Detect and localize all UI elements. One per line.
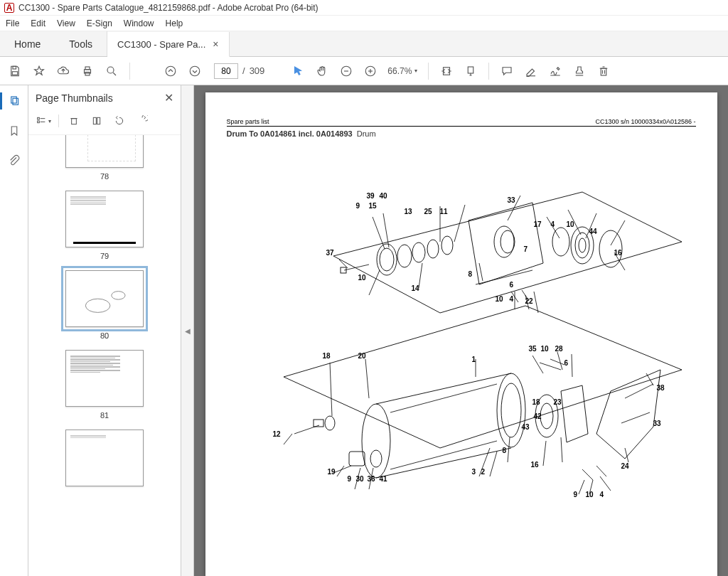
panel-collapse-handle[interactable]: ◀ [181,85,194,576]
menu-view[interactable]: View [57,18,75,28]
zoom-in-icon[interactable] [360,60,381,82]
menu-esign[interactable]: E-Sign [87,18,112,28]
callout: 19 [328,468,336,476]
page-down-icon[interactable] [184,60,205,82]
navigation-rail [0,85,28,576]
svg-point-46 [380,248,394,271]
sign-icon[interactable] [545,60,566,82]
menu-file[interactable]: File [6,18,19,28]
toolbar-separator [488,63,489,80]
thumbnails-rotate-cw-icon[interactable] [134,113,150,129]
star-icon[interactable] [28,60,50,82]
thumbnails-delete-icon[interactable] [66,113,82,129]
bookmark-rail-icon[interactable] [6,122,23,139]
chevron-down-icon: ▾ [414,68,417,74]
thumbnail-label: 80 [100,331,109,340]
svg-rect-29 [72,119,77,124]
thumbnail-item[interactable]: 78 [28,135,181,181]
svg-line-109 [600,476,611,491]
svg-point-8 [190,66,200,76]
thumbnails-close-icon[interactable]: ✕ [164,91,173,105]
callout: 41 [380,475,387,483]
callout: 37 [326,249,334,257]
thumbnail-item[interactable]: 80 [28,270,181,340]
document-view[interactable]: Spare parts list CC1300 s/n 10000334x0A0… [194,85,728,576]
callout: 9 [356,202,360,210]
svg-line-6 [113,73,116,75]
menu-help[interactable]: Help [166,18,183,28]
cloud-upload-icon[interactable] [53,60,74,82]
svg-line-63 [294,425,319,434]
thumbnails-options-icon[interactable]: ▾ [36,113,51,129]
svg-marker-35 [284,306,682,448]
svg-rect-48 [341,267,346,273]
find-icon[interactable] [101,60,122,82]
page-number-input[interactable] [214,63,238,79]
thumbnails-scroll[interactable]: 78 79 80 [28,135,181,576]
svg-point-33 [85,299,110,312]
svg-rect-14 [444,67,450,75]
fit-width-icon[interactable] [436,60,457,82]
svg-point-34 [112,292,125,300]
callout: 20 [358,352,366,360]
callout: 13 [405,208,412,215]
svg-line-73 [582,469,593,480]
svg-line-60 [390,441,497,469]
thumbnail-preview [65,430,144,486]
thumbnail-item[interactable]: 79 [28,191,181,260]
thumbnails-tools: ▾ [28,110,181,135]
zoom-dropdown[interactable]: 66.7% ▾ [384,64,421,78]
callout: 14 [412,284,419,292]
menu-edit[interactable]: Edit [31,18,46,28]
page-header-left: Spare parts list [227,118,269,125]
svg-line-85 [339,260,348,268]
print-icon[interactable] [77,60,98,82]
tab-document[interactable]: CC1300 - Spare Pa... × [107,32,229,57]
hand-tool-icon[interactable] [311,60,333,82]
page-sep: / [242,65,245,76]
selection-tool-icon[interactable] [287,60,309,82]
callout: 8 [503,447,507,454]
thumbnails-extract-icon[interactable] [89,113,105,129]
svg-point-68 [540,403,553,429]
page-up-icon[interactable] [160,60,181,82]
tab-home[interactable]: Home [0,38,55,50]
stamp-icon[interactable] [569,60,590,82]
comment-icon[interactable] [496,60,518,82]
menu-window[interactable]: Window [124,18,154,28]
menu-bar: File Edit View E-Sign Window Help [0,16,728,31]
zoom-out-icon[interactable] [336,60,357,82]
window-title: CC1300 - Spare Parts Catalogue_481215986… [18,3,318,13]
callout: 33 [508,196,515,204]
thumbnails-rail-icon[interactable] [0,92,28,110]
callout: 44 [589,228,597,235]
callout: 25 [424,208,432,215]
svg-line-86 [369,270,380,295]
callout: 11 [440,208,448,215]
attachments-rail-icon[interactable] [6,152,23,169]
callout: 16 [531,461,539,469]
toolbar-separator [129,63,130,80]
svg-line-83 [611,220,625,245]
thumbnails-rotate-ccw-icon[interactable] [112,113,127,129]
svg-line-104 [490,452,497,476]
fit-page-icon[interactable] [460,60,481,82]
toolbar-separator [428,63,429,80]
svg-rect-25 [38,117,40,119]
thumbnail-item[interactable]: 81 [28,350,181,420]
svg-rect-4 [85,72,90,75]
tab-document-close-icon[interactable]: × [213,38,218,50]
tab-tools[interactable]: Tools [55,38,107,50]
callout: 9 [348,475,352,483]
thumbnail-item[interactable] [28,430,181,486]
callout: 39 [367,192,375,200]
callout: 8 [469,270,473,278]
svg-rect-3 [85,67,90,70]
callout: 10 [586,491,594,498]
svg-line-106 [561,437,562,462]
delete-icon[interactable] [593,60,614,82]
svg-line-74 [596,466,606,476]
callout: 16 [614,249,622,257]
save-icon[interactable] [4,60,26,82]
highlight-icon[interactable] [520,60,542,82]
